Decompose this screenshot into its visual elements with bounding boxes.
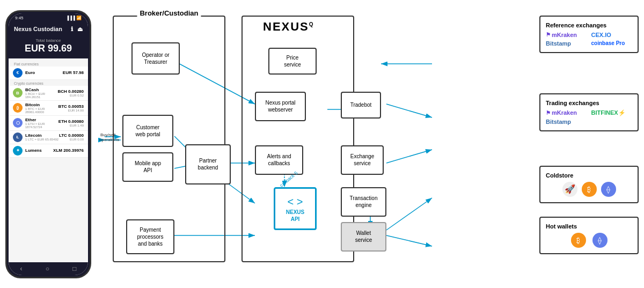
broker-title: Broker/Custodian [137,9,201,17]
coldstore-bitcoin-icon: ₿ [582,182,597,197]
customer-web-label: Customerweb portal [135,124,160,138]
hot-wallets-section: Hot wallets ₿ ⟠ [539,217,639,254]
trading-exchanges-section: Trading exchanges ⚑ mKraken BITFINEX⚡ Bi… [539,93,639,131]
nexus-api-box: < > NEXUSAPI [274,187,317,230]
phone-header: Nexus Custodian ℹ ⏏ [9,23,88,36]
list-item[interactable]: ✦ Lumens XLM 200.39976 [9,144,88,158]
tradebot-label: Tradebot [350,101,372,108]
logout-icon[interactable]: ⏏ [77,26,83,33]
diagram-container: 9:45 ▐▐▐ 📶 Nexus Custodian ℹ ⏏ Total bal… [5,5,639,284]
cex-logo: CEX.IO [591,32,633,38]
trading-exchanges-logos: ⚑ mKraken BITFINEX⚡ Bitstamp [546,109,632,125]
reference-exchanges-title: Reference exchanges [546,22,632,28]
phone-content: Fiat currencies € Euro EUR 57.98 Crypto … [9,58,88,262]
lumens-icon: ✦ [13,146,23,156]
customer-web-box: Customerweb portal [122,115,173,147]
coinbase-logo: coinbase Pro [591,40,633,46]
price-service-box: Priceservice [268,48,317,75]
coldstore-title: Coldstore [546,172,632,179]
back-nav-icon[interactable]: ‹ [20,265,23,272]
info-icon[interactable]: ℹ [71,26,73,33]
fiat-section-label: Fiat currencies [9,61,88,67]
svg-line-14 [386,150,432,163]
coldstore-eth-icon: ⟠ [601,182,616,197]
list-item[interactable]: Ł Litecoin 1 LTC = EUR 65.65492 LTC 0.00… [9,131,88,144]
litecoin-icon: Ł [13,132,23,142]
phone-time: 9:45 [15,16,24,20]
euro-icon: € [13,68,23,78]
wallet-service-box: Walletservice [341,222,386,252]
transaction-engine-label: Transaction engine [344,195,383,209]
reference-exchanges-logos: ⚑ mKraken CEX.IO Bitstamp coinbase Pro [546,32,632,47]
nexus-api-label: NEXUSAPI [286,209,304,223]
partner-backend-label: Partnerbackend [198,157,218,171]
portal-webserver-box: Nexus portalwebserver [255,92,306,121]
home-nav-icon[interactable]: ○ [46,265,49,272]
kraken-trading-icon: ⚑ [546,110,551,116]
hot-wallets-icons: ₿ ⟠ [546,233,632,248]
svg-line-18 [386,198,432,230]
list-item[interactable]: € Euro EUR 57.98 [9,67,88,80]
exchange-service-label: Exchangeservice [350,153,374,167]
kraken-logo-trading: ⚑ mKraken [546,109,587,116]
hot-wallets-eth-icon: ⟠ [592,233,608,248]
bcash-icon: B [13,88,23,98]
operator-label: Operator or Treasurer [135,51,177,65]
recent-nav-icon[interactable]: □ [72,265,76,272]
coldstore-icons: 🚀 ₿ ⟠ [546,182,632,197]
svg-line-13 [386,104,432,117]
hot-wallets-title: Hot wallets [546,223,632,230]
list-item[interactable]: ⬡ Ether 1 ETH = EUR 1874.52724 ETH 0.000… [9,116,88,131]
phone-status-bar: 9:45 ▐▐▐ 📶 [9,13,88,23]
nexus-logo: NEXUSQ [263,20,314,34]
alerts-callbacks-label: Alerts andcallbacks [267,153,291,167]
hot-wallets-bitcoin-icon: ₿ [571,233,586,248]
code-brackets-icon: < > [288,195,303,209]
reference-exchanges-section: Reference exchanges ⚑ mKraken CEX.IO Bit… [539,16,639,53]
operator-box: Operator or Treasurer [131,42,180,75]
phone-title: Nexus Custodian [14,26,62,32]
payment-label: Paymentprocessorsand banks [137,226,164,247]
balance-label: Total balance [14,38,83,43]
alerts-callbacks-box: Alerts andcallbacks [255,145,303,175]
mobile-api-label: Mobile appAPI [135,160,161,174]
bitcoin-icon: ₿ [13,103,23,113]
crypto-section-label: Crypto currencies [9,80,88,86]
coldstore-section: Coldstore 🚀 ₿ ⟠ [539,166,639,203]
partner-backend-box: Partnerbackend [185,144,231,184]
phone-nav: ‹ ○ □ [9,262,88,275]
portal-webserver-label: Nexus portalwebserver [265,99,295,113]
exchange-service-box: Exchangeservice [341,145,384,175]
payment-box: Paymentprocessorsand banks [126,219,174,254]
tradebot-box: Tradebot [341,92,381,119]
mobile-api-box: Mobile appAPI [122,152,173,182]
balance-amount: EUR 99.69 [14,43,83,54]
price-service-label: Priceservice [284,54,301,68]
rocket-icon: 🚀 [562,182,577,197]
phone-signal-icons: ▐▐▐ 📶 [66,16,82,20]
list-item[interactable]: B BCash 1 BCH = EUR 184.26151 BCH 0.0028… [9,86,88,101]
architecture-diagram: Broker/Custodian NEXUSQ Operator or Trea… [97,5,639,284]
bitstamp-logo-trading: Bitstamp [546,119,587,125]
list-item[interactable]: ₿ Bitcoin 1 BTC = EUR 28061.40000 BTC 0.… [9,101,88,116]
kraken-logo: ⚑ mKraken [546,32,587,38]
phone-mockup: 9:45 ▐▐▐ 📶 Nexus Custodian ℹ ⏏ Total bal… [5,10,91,278]
bitstamp-logo-ref: Bitstamp [546,40,587,47]
wallet-service-label: Walletservice [355,230,372,243]
currency-info: Euro [25,70,63,75]
transaction-engine-box: Transaction engine [341,187,386,217]
bitfinex-logo: BITFINEX⚡ [591,109,633,116]
trading-exchanges-title: Trading exchanges [546,100,632,106]
kraken-icon: ⚑ [546,32,551,38]
buysell-label: Buy/selloperations [99,132,116,142]
ether-icon: ⬡ [13,118,23,128]
svg-line-17 [386,235,432,246]
phone-balance-section: Total balance EUR 99.69 [9,36,88,58]
